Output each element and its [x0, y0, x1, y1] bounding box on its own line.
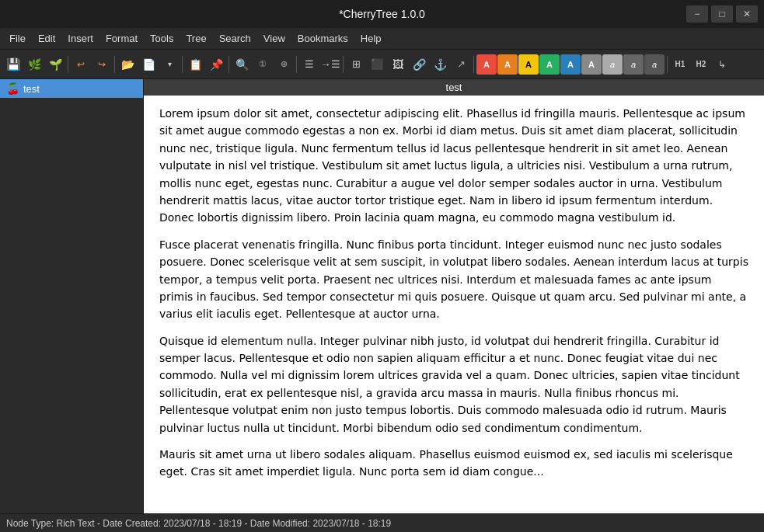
new-node-button[interactable]: 🌿	[24, 54, 44, 75]
main-area: 🍒 test test Lorem ipsum dolor sit amet, …	[0, 79, 764, 513]
export-button[interactable]: 📋	[185, 54, 205, 75]
paragraph-1: Lorem ipsum dolor sit amet, consectetur …	[159, 105, 748, 227]
menu-tree[interactable]: Tree	[180, 30, 212, 47]
color-light-button[interactable]: a	[602, 54, 623, 75]
image-button[interactable]: 🖼	[388, 54, 408, 75]
status-bar: Node Type: Rich Text - Date Created: 202…	[0, 513, 764, 532]
color-orange-button[interactable]: A	[497, 54, 518, 75]
new-child-button[interactable]: 🌱	[45, 54, 65, 75]
separator-2	[114, 56, 115, 73]
anchor-button[interactable]: ⚓	[430, 54, 450, 75]
color-dark2-button[interactable]: a	[644, 54, 665, 75]
node-anchor-button[interactable]: ⊕	[274, 54, 294, 75]
find-node-button[interactable]: ①	[253, 54, 273, 75]
menu-insert[interactable]: Insert	[61, 30, 99, 47]
toolbar: 💾 🌿 🌱 ↩ ↪ 📂 📄 ▾ 📋 📌 🔍 ① ⊕ ☰ →☰ ⊞ ⬛ 🖼 🔗 ⚓…	[0, 50, 764, 79]
separator-4	[229, 56, 229, 73]
find-button[interactable]: 🔍	[232, 54, 252, 75]
content-tab-header: test	[144, 79, 764, 96]
separator-6	[343, 56, 344, 73]
menu-help[interactable]: Help	[354, 30, 388, 47]
menu-edit[interactable]: Edit	[32, 30, 61, 47]
separator-5	[296, 56, 297, 73]
import-button[interactable]: 📌	[206, 54, 226, 75]
window-controls: − □ ✕	[686, 5, 758, 23]
table-button[interactable]: ⊞	[346, 54, 366, 75]
open-dropdown-button[interactable]: ▾	[159, 54, 180, 75]
menu-format[interactable]: Format	[99, 30, 144, 47]
menu-bar: File Edit Insert Format Tools Tree Searc…	[0, 28, 764, 50]
separator-1	[68, 56, 68, 73]
menu-view[interactable]: View	[257, 30, 291, 47]
color-yellow-button[interactable]: A	[518, 54, 539, 75]
status-text: Node Type: Rich Text - Date Created: 202…	[6, 518, 391, 529]
ext-link-button[interactable]: ↗	[451, 54, 471, 75]
paragraph-2: Fusce placerat venenatis fringilla. Nunc…	[159, 236, 748, 323]
color-green-button[interactable]: A	[539, 54, 560, 75]
color-dark-italic-button[interactable]: a	[623, 54, 644, 75]
sidebar: 🍒 test	[0, 79, 144, 513]
h2-button[interactable]: H2	[691, 54, 711, 75]
content-body[interactable]: Lorem ipsum dolor sit amet, consectetur …	[144, 96, 764, 513]
color-red-button[interactable]: A	[476, 54, 497, 75]
h3-button[interactable]: ↳	[712, 54, 732, 75]
separator-3	[182, 56, 183, 73]
open-file-button[interactable]: 📄	[138, 54, 159, 75]
tree-node-test[interactable]: 🍒 test	[0, 79, 143, 98]
separator-7	[473, 56, 474, 73]
app-title: *CherryTree 1.0.0	[339, 8, 425, 20]
open-button[interactable]: 📂	[117, 54, 138, 75]
content-tab-label: test	[446, 82, 462, 93]
tree-node-test-label: test	[23, 83, 40, 95]
menu-search[interactable]: Search	[213, 30, 257, 47]
menu-file[interactable]: File	[3, 30, 32, 47]
paragraph-3: Quisque id elementum nulla. Integer pulv…	[159, 332, 748, 436]
maximize-button[interactable]: □	[711, 5, 733, 23]
paragraph-4: Mauris sit amet urna ut libero sodales a…	[159, 446, 748, 481]
close-button[interactable]: ✕	[736, 5, 758, 23]
cherry-icon: 🍒	[6, 82, 19, 95]
h1-button[interactable]: H1	[670, 54, 690, 75]
save-button[interactable]: 💾	[3, 54, 23, 75]
minimize-button[interactable]: −	[686, 5, 708, 23]
bullet-list-button[interactable]: ☰	[299, 54, 319, 75]
separator-8	[667, 56, 668, 73]
indent-button[interactable]: →☰	[320, 54, 340, 75]
menu-bookmarks[interactable]: Bookmarks	[291, 30, 354, 47]
redo-button[interactable]: ↪	[92, 54, 112, 75]
codebox-button[interactable]: ⬛	[367, 54, 387, 75]
color-grey-button[interactable]: A	[581, 54, 602, 75]
title-bar: *CherryTree 1.0.0 − □ ✕	[0, 0, 764, 28]
content-area: test Lorem ipsum dolor sit amet, consect…	[144, 79, 764, 513]
menu-tools[interactable]: Tools	[144, 30, 180, 47]
color-blue-button[interactable]: A	[560, 54, 581, 75]
link-button[interactable]: 🔗	[409, 54, 429, 75]
undo-button[interactable]: ↩	[71, 54, 91, 75]
